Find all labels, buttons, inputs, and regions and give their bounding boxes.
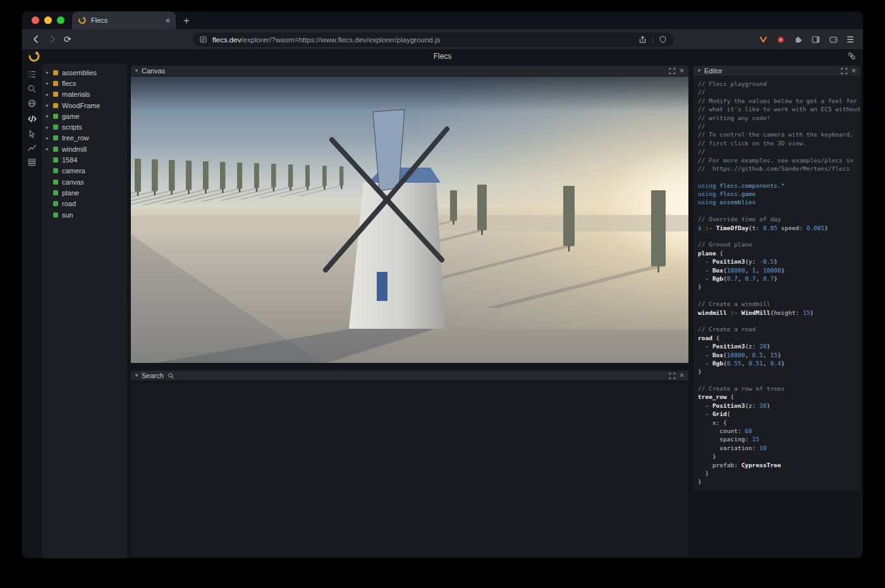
tree-item-materials[interactable]: ▸materials [42,89,127,100]
tree-item-plane[interactable]: plane [42,187,127,198]
tree-item-WoodFrame[interactable]: ▸WoodFrame [42,100,127,111]
code-line[interactable]: spacing: 15 [698,435,860,443]
pointer-icon[interactable] [27,128,37,139]
code-line[interactable]: count: 60 [698,427,860,435]
code-line[interactable]: - Position3{z: 30} [698,401,860,410]
expand-caret-icon[interactable]: ▸ [46,135,53,141]
code-line[interactable]: using flecs.components.* [698,181,860,190]
code-line[interactable]: prefab: CypressTree [698,461,860,469]
code-line[interactable]: // Create a road [698,325,860,333]
code-line[interactable]: // [698,88,860,96]
code-line[interactable]: } [698,477,860,486]
expand-caret-icon[interactable]: ▸ [46,125,53,130]
code-line[interactable]: - Rgb{0.7, 0.7, 0.7} [698,274,860,283]
expand-caret-icon[interactable]: ▸ [46,113,53,119]
close-panel-icon[interactable]: × [680,372,684,379]
code-line[interactable]: tree_row { [698,393,860,401]
code-line[interactable]: - Position3{z: 20} [698,342,860,350]
code-line[interactable]: // To control the camera with the keyboa… [698,130,860,138]
entities-icon[interactable] [27,69,37,80]
tree-item-game[interactable]: ▸game [42,111,127,121]
code-line[interactable]: // [698,147,860,156]
code-line[interactable]: } [698,452,860,460]
code-line[interactable]: // https://github.com/SanderMertens/flec… [698,164,860,173]
code-icon[interactable] [27,113,37,124]
collapse-chevron-icon[interactable]: ▾ [135,68,138,73]
code-line[interactable]: $ :- TimeOfDay{t: 0.05 speed: 0.005} [698,224,860,232]
code-line[interactable] [698,376,860,384]
address-bar[interactable]: flecs.dev/explorer/?wasm=https://www.fle… [193,32,673,47]
code-line[interactable]: - Box{10000, 0.5, 15} [698,351,860,359]
code-line[interactable]: - Box{10000, 1, 10000} [698,266,860,274]
code-line[interactable]: } [698,283,860,291]
code-line[interactable]: using flecs.game [698,190,860,198]
reader-icon[interactable] [199,35,207,44]
tree-item-flecs[interactable]: ▸flecs [42,78,127,89]
back-icon[interactable] [31,34,41,44]
shield-icon[interactable] [659,35,667,44]
tree-item-road[interactable]: road [42,199,127,209]
code-line[interactable]: // first click on the 3D view. [698,139,860,147]
tree-item-assemblies[interactable]: ▸assemblies [42,67,127,78]
code-line[interactable]: } [698,367,860,376]
code-line[interactable] [698,232,860,240]
code-line[interactable] [698,207,860,215]
forward-icon[interactable] [47,34,58,44]
canvas-panel-header[interactable]: ▾ Canvas × [131,66,688,77]
tree-item-camera[interactable]: camera [42,166,127,176]
code-line[interactable] [698,291,860,300]
close-panel-icon[interactable]: × [680,67,684,75]
code-line[interactable]: // Modify the values below to get a feel… [698,97,860,105]
code-line[interactable]: // Create a windmill [698,300,860,308]
fullscreen-icon[interactable] [669,68,676,75]
new-tab-button[interactable]: + [183,15,190,26]
code-line[interactable]: // Create a row of trees [698,384,860,393]
expand-caret-icon[interactable]: ▸ [46,146,53,152]
collapse-chevron-icon[interactable]: ▾ [135,373,138,378]
code-line[interactable] [698,317,860,325]
close-panel-icon[interactable]: × [851,67,856,75]
reload-icon[interactable]: ⟳ [64,35,71,44]
minimize-window-button[interactable] [44,16,52,24]
code-line[interactable]: plane { [698,249,860,257]
brave-leo-icon[interactable] [759,35,768,44]
tree-item-scripts[interactable]: ▸scripts [42,121,127,132]
search-icon[interactable] [27,83,37,94]
code-line[interactable]: // Override time of day [698,215,860,223]
tree-item-tree_row[interactable]: ▸tree_row [42,133,127,144]
url-text[interactable]: flecs.dev/explorer/?wasm=https://www.fle… [212,36,633,44]
code-line[interactable]: using assemblies [698,198,860,206]
world-icon[interactable] [27,98,37,109]
code-line[interactable]: road { [698,334,860,342]
code-line[interactable]: x: { [698,419,860,427]
expand-caret-icon[interactable]: ▸ [46,102,53,108]
wallet-icon[interactable] [829,35,838,44]
maximize-window-button[interactable] [57,16,64,24]
code-line[interactable]: // what it's like to work with an ECS wi… [698,105,860,113]
code-line[interactable]: windmill :- WindMill{height: 15} [698,309,860,317]
browser-tab[interactable]: Flecs × [72,11,176,29]
close-window-button[interactable] [32,16,39,24]
memory-icon[interactable] [27,157,37,168]
code-line[interactable]: // writing any code! [698,114,860,122]
expand-caret-icon[interactable]: ▸ [46,80,53,86]
editor-panel-header[interactable]: ▾ Editor × [693,66,860,77]
search-panel-header[interactable]: ▾ Search × [131,371,688,381]
fullscreen-icon[interactable] [841,68,848,75]
tab-close-icon[interactable]: × [165,16,170,25]
menu-icon[interactable]: ☰ [846,35,854,44]
share-icon[interactable] [638,35,647,44]
code-line[interactable]: - Position3{y: -0.5} [698,257,860,266]
code-line[interactable]: // Flecs playground [698,80,860,88]
sidebar-toggle-icon[interactable] [811,35,821,44]
code-line[interactable]: // [698,122,860,130]
code-line[interactable]: - Grid{ [698,410,860,418]
code-line[interactable]: - Rgb{0.55, 0.51, 0.4} [698,359,860,367]
collapse-chevron-icon[interactable]: ▾ [698,68,700,73]
code-line[interactable] [698,173,860,181]
search-results-area[interactable] [131,381,688,556]
tree-item-windmill[interactable]: ▸windmill [42,144,127,154]
extensions-puzzle-icon[interactable] [793,35,803,44]
extension-badge-icon[interactable] [776,35,785,44]
tree-item-1584[interactable]: 1584 [42,154,127,165]
